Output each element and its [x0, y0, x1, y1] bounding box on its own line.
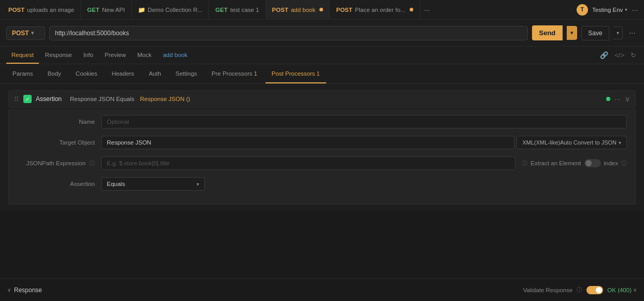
sub-tab-preview-label: Preview [105, 52, 126, 58]
drag-handle-icon[interactable]: ⠿ [14, 95, 19, 103]
nav-tab-headers-label: Headers [111, 70, 134, 77]
send-dropdown-button[interactable]: ▾ [567, 26, 577, 40]
folder-icon: 📁 [138, 6, 145, 13]
assertion-actions: ··· ∨ [606, 95, 630, 103]
jsonpath-input[interactable] [101, 156, 515, 170]
main-content: ⠿ ✓ Assertion Response JSON Equals Respo… [0, 84, 644, 211]
env-chevron-icon: ▾ [625, 7, 627, 12]
nav-tab-cookies-label: Cookies [76, 70, 97, 77]
assertion-title: Assertion [36, 95, 62, 103]
nav-tab-auth-label: Auth [149, 70, 161, 77]
sub-tab-preview[interactable]: Preview [100, 47, 131, 64]
sub-tab-add-book-label: add book [163, 52, 187, 58]
tabs-more-button[interactable]: ··· [420, 6, 435, 14]
xml-convert-select[interactable]: XML(XML-like)Auto Convert to JSON ▾ [516, 136, 627, 149]
sub-tab-info[interactable]: Info [78, 47, 99, 64]
assertion-checkbox[interactable]: ✓ [23, 95, 32, 103]
nav-tab-post-processors[interactable]: Post Processors 1 [265, 64, 326, 83]
target-object-select[interactable]: Response JSON [101, 136, 514, 149]
ok-label: OK (400) [607, 287, 632, 293]
assertion-type-label: Response JSON Equals [70, 96, 134, 102]
sub-tab-response-label: Response [45, 52, 72, 58]
url-bar: POST ▾ Send ▾ Save ▾ ··· [0, 20, 644, 47]
bottom-bar: ∨ Response Validate Response ⓘ OK (400) … [0, 278, 644, 301]
tab5-label: add book [291, 7, 315, 13]
tab-new-api[interactable]: GET New API [81, 0, 132, 19]
tab1-label: uploads an image [27, 7, 74, 13]
nav-tab-auth[interactable]: Auth [143, 64, 167, 83]
nav-tab-params[interactable]: Params [6, 64, 39, 83]
nav-tab-cookies[interactable]: Cookies [69, 64, 104, 83]
tab-test-case-1[interactable]: GET test case 1 [209, 0, 265, 19]
sub-tab-request-label: Request [11, 52, 34, 58]
target-select-group: Response JSON XML(XML-like)Auto Convert … [101, 136, 627, 149]
assertion-kebab-icon[interactable]: ··· [614, 95, 621, 103]
tab-add-book[interactable]: POST add book [266, 0, 330, 19]
ok-chevron-icon: ∨ [633, 287, 637, 293]
nav-tab-body-label: Body [48, 70, 61, 77]
assertion-chevron-icon[interactable]: ∨ [625, 95, 630, 103]
tab4-method: GET [215, 7, 228, 13]
extract-element-group: ⓘ Extract an Element index ⓘ [522, 159, 627, 167]
bottom-right: Validate Response ⓘ OK (400) ∨ [523, 286, 637, 294]
nav-tab-pre-processors[interactable]: Pre Processors 1 [205, 64, 263, 83]
tab6-label: Place an order fo... [355, 7, 405, 13]
global-kebab[interactable]: ··· [632, 6, 638, 14]
sub-tab-response[interactable]: Response [40, 47, 77, 64]
index-info-icon[interactable]: ⓘ [621, 160, 627, 167]
validate-info-icon[interactable]: ⓘ [577, 286, 582, 294]
response-toggle[interactable]: ∨ Response [7, 286, 42, 294]
method-select[interactable]: POST ▾ [6, 26, 45, 40]
name-input[interactable] [101, 115, 627, 128]
assertion-row: Assertion Equals ▾ [17, 177, 627, 191]
save-button[interactable]: Save [581, 26, 609, 40]
validate-toggle-knob [596, 287, 602, 293]
tab4-label: test case 1 [230, 7, 259, 13]
extract-label: Extract an Element [530, 160, 581, 166]
tab-uploads-an-image[interactable]: POST uploads an image [2, 0, 81, 19]
tab3-label: Demo Collection R... [148, 7, 202, 13]
tab-demo-collection[interactable]: 📁 Demo Collection R... [132, 0, 209, 19]
url-kebab-button[interactable]: ··· [627, 26, 638, 40]
post-processors-badge: 1 [317, 70, 320, 77]
nav-tab-params-label: Params [12, 70, 33, 77]
nav-tabs: Params Body Cookies Headers Auth Setting… [0, 64, 644, 84]
nav-tab-headers[interactable]: Headers [105, 64, 140, 83]
nav-tab-body[interactable]: Body [41, 64, 67, 83]
code-icon[interactable]: </> [613, 50, 626, 61]
sub-tab-info-label: Info [83, 52, 93, 58]
sub-tab-mock[interactable]: Mock [132, 47, 157, 64]
extract-toggle[interactable] [584, 159, 601, 167]
send-button[interactable]: Send [532, 25, 563, 40]
nav-tab-settings-label: Settings [176, 70, 198, 77]
ok-status-badge[interactable]: OK (400) ∨ [607, 287, 637, 293]
env-label: Testing Env [592, 7, 623, 13]
assertion-select[interactable]: Equals ▾ [101, 177, 205, 191]
assertion-select-value: Equals [107, 181, 125, 187]
url-input[interactable] [49, 26, 528, 40]
sub-tab-icons: 🔗 </> ↻ [598, 50, 638, 61]
save-arrow-icon: ▾ [617, 30, 619, 36]
save-dropdown-button[interactable]: ▾ [613, 26, 623, 39]
env-avatar: T [577, 4, 588, 16]
tab2-label: New API [102, 7, 125, 13]
response-chevron-icon: ∨ [7, 287, 11, 293]
sub-tab-request[interactable]: Request [6, 47, 39, 64]
extract-info-icon[interactable]: ⓘ [522, 160, 527, 167]
validate-toggle[interactable] [586, 286, 603, 294]
xml-convert-chevron-icon: ▾ [619, 140, 621, 146]
sub-tab-add-book[interactable]: add book [158, 47, 192, 64]
link-icon[interactable]: 🔗 [598, 50, 610, 61]
env-selector[interactable]: Testing Env ▾ [592, 7, 627, 13]
nav-tab-settings[interactable]: Settings [170, 64, 204, 83]
tab5-method: POST [272, 7, 288, 13]
refresh-icon[interactable]: ↻ [629, 50, 638, 61]
status-dot [606, 97, 610, 101]
pre-processors-badge: 1 [254, 70, 257, 77]
assertion-field-label: Assertion [17, 181, 95, 187]
assertion-select-chevron-icon: ▾ [197, 181, 199, 187]
method-chevron-icon: ▾ [31, 30, 34, 36]
tab-place-order[interactable]: POST Place an order fo... [330, 0, 419, 19]
jsonpath-info-icon[interactable]: ⓘ [89, 160, 95, 166]
sub-tab-mock-label: Mock [137, 52, 151, 58]
